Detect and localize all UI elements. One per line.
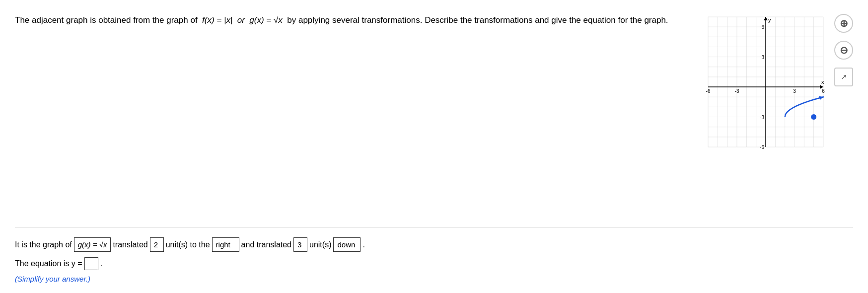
zoom-in-button[interactable]: ⊕: [834, 14, 853, 33]
graph-controls: ⊕ ⊖ ↗: [834, 14, 853, 86]
direction-label: right: [216, 238, 230, 251]
units-2-label: unit(s): [309, 238, 331, 251]
graph-function-box[interactable]: g(x) = √x: [74, 237, 111, 252]
equation-line: The equation is y = .: [15, 257, 853, 270]
top-section: The adjacent graph is obtained from the …: [0, 0, 868, 227]
direction-box[interactable]: right: [212, 237, 239, 252]
external-link-icon: ↗: [841, 73, 847, 81]
period: .: [362, 238, 364, 251]
vertical-direction-box[interactable]: down: [333, 237, 361, 252]
main-container: The adjacent graph is obtained from the …: [0, 0, 868, 293]
graph-canvas-element: [694, 12, 828, 156]
zoom-out-icon: ⊖: [840, 44, 848, 56]
problem-text: The adjacent graph is obtained from the …: [15, 12, 694, 27]
translated-label: translated: [113, 238, 147, 251]
answer-line: It is the graph of g(x) = √x translated …: [15, 237, 853, 252]
units-1-label: unit(s) to the: [166, 238, 210, 251]
equation-prefix: The equation is y =: [15, 257, 82, 270]
units-2-value-box[interactable]: 3: [293, 237, 307, 252]
zoom-out-button[interactable]: ⊖: [834, 41, 853, 60]
units-1-value-box[interactable]: 2: [150, 237, 164, 252]
zoom-in-icon: ⊕: [840, 17, 848, 29]
description-prefix: The adjacent graph is obtained from the …: [15, 15, 198, 25]
graph-function-label: g(x) = √x: [78, 238, 107, 251]
answer-prefix: It is the graph of: [15, 238, 72, 251]
equation-input-box[interactable]: [84, 257, 98, 270]
and-translated: and translated: [241, 238, 291, 251]
graph-area: ⊕ ⊖ ↗: [694, 12, 853, 156]
units-2-value: 3: [297, 238, 301, 251]
external-link-button[interactable]: ↗: [834, 68, 853, 86]
units-1-value: 2: [154, 238, 158, 251]
graph-canvas: [694, 12, 828, 156]
simplify-note: (Simplify your answer.): [15, 273, 853, 286]
description-suffix: by applying several transformations. Des…: [287, 15, 668, 25]
equation-period: .: [100, 257, 102, 270]
functions-label: f(x) = |x| or g(x) = √x: [202, 15, 283, 25]
bottom-section: It is the graph of g(x) = √x translated …: [0, 227, 868, 293]
vertical-direction-label: down: [337, 238, 355, 251]
